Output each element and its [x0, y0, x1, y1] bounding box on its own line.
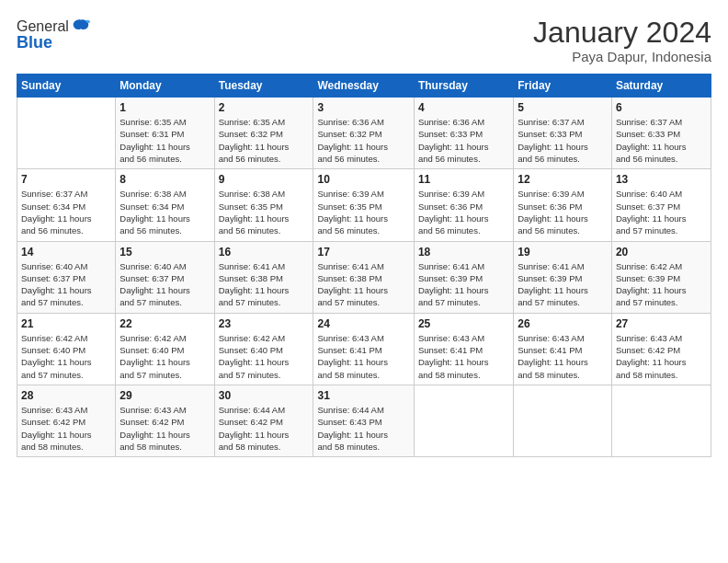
header: General Blue January 2024 Paya Dapur, In… — [17, 17, 711, 64]
day-info: Sunrise: 6:44 AM Sunset: 6:42 PM Dayligh… — [219, 404, 310, 453]
calendar-week-5: 28Sunrise: 6:43 AM Sunset: 6:42 PM Dayli… — [17, 385, 711, 456]
calendar-table: Sunday Monday Tuesday Wednesday Thursday… — [17, 74, 711, 457]
day-info: Sunrise: 6:44 AM Sunset: 6:43 PM Dayligh… — [317, 404, 409, 453]
calendar-day: 22Sunrise: 6:42 AM Sunset: 6:40 PM Dayli… — [116, 313, 214, 385]
day-number: 22 — [119, 317, 210, 330]
day-number: 13 — [616, 173, 707, 186]
day-info: Sunrise: 6:43 AM Sunset: 6:41 PM Dayligh… — [518, 332, 608, 381]
calendar-day: 30Sunrise: 6:44 AM Sunset: 6:42 PM Dayli… — [214, 385, 313, 456]
col-sunday: Sunday — [17, 75, 116, 98]
calendar-day: 14Sunrise: 6:40 AM Sunset: 6:37 PM Dayli… — [17, 241, 116, 313]
day-number: 29 — [119, 389, 210, 402]
calendar-day: 6Sunrise: 6:37 AM Sunset: 6:33 PM Daylig… — [611, 98, 711, 169]
day-info: Sunrise: 6:37 AM Sunset: 6:33 PM Dayligh… — [518, 116, 608, 165]
day-info: Sunrise: 6:37 AM Sunset: 6:33 PM Dayligh… — [616, 116, 707, 165]
col-thursday: Thursday — [414, 75, 513, 98]
calendar-day: 9Sunrise: 6:38 AM Sunset: 6:35 PM Daylig… — [214, 169, 313, 241]
day-number: 12 — [518, 173, 608, 186]
day-info: Sunrise: 6:42 AM Sunset: 6:40 PM Dayligh… — [119, 332, 210, 381]
calendar-week-4: 21Sunrise: 6:42 AM Sunset: 6:40 PM Dayli… — [17, 313, 711, 385]
day-number: 5 — [518, 101, 608, 114]
day-number: 8 — [119, 173, 210, 186]
day-info: Sunrise: 6:43 AM Sunset: 6:42 PM Dayligh… — [616, 332, 707, 381]
day-number: 26 — [518, 317, 608, 330]
day-info: Sunrise: 6:43 AM Sunset: 6:42 PM Dayligh… — [21, 404, 111, 453]
calendar-day: 18Sunrise: 6:41 AM Sunset: 6:39 PM Dayli… — [414, 241, 513, 313]
calendar-week-2: 7Sunrise: 6:37 AM Sunset: 6:34 PM Daylig… — [17, 169, 711, 241]
calendar-day: 15Sunrise: 6:40 AM Sunset: 6:37 PM Dayli… — [116, 241, 214, 313]
day-info: Sunrise: 6:37 AM Sunset: 6:34 PM Dayligh… — [21, 188, 111, 236]
day-info: Sunrise: 6:41 AM Sunset: 6:38 PM Dayligh… — [317, 260, 409, 309]
day-info: Sunrise: 6:41 AM Sunset: 6:39 PM Dayligh… — [518, 260, 608, 309]
calendar-day: 2Sunrise: 6:35 AM Sunset: 6:32 PM Daylig… — [214, 98, 313, 169]
logo-bird-icon — [71, 17, 91, 37]
location: Paya Dapur, Indonesia — [533, 49, 711, 64]
day-info: Sunrise: 6:39 AM Sunset: 6:36 PM Dayligh… — [418, 188, 509, 236]
day-info: Sunrise: 6:39 AM Sunset: 6:36 PM Dayligh… — [518, 188, 608, 236]
day-number: 2 — [219, 101, 310, 114]
calendar-day: 11Sunrise: 6:39 AM Sunset: 6:36 PM Dayli… — [414, 169, 513, 241]
title-block: January 2024 Paya Dapur, Indonesia — [533, 17, 711, 64]
day-info: Sunrise: 6:42 AM Sunset: 6:40 PM Dayligh… — [21, 332, 111, 381]
day-number: 20 — [616, 246, 707, 259]
calendar-day — [414, 385, 513, 456]
calendar-day — [17, 98, 116, 169]
month-title: January 2024 — [533, 17, 711, 49]
col-friday: Friday — [514, 75, 612, 98]
day-info: Sunrise: 6:43 AM Sunset: 6:41 PM Dayligh… — [317, 332, 409, 381]
day-info: Sunrise: 6:43 AM Sunset: 6:42 PM Dayligh… — [119, 404, 210, 453]
day-info: Sunrise: 6:41 AM Sunset: 6:39 PM Dayligh… — [418, 260, 509, 309]
day-number: 10 — [317, 173, 409, 186]
day-info: Sunrise: 6:40 AM Sunset: 6:37 PM Dayligh… — [119, 260, 210, 309]
calendar-day — [514, 385, 612, 456]
day-info: Sunrise: 6:36 AM Sunset: 6:33 PM Dayligh… — [418, 116, 509, 165]
page: General Blue January 2024 Paya Dapur, In… — [0, 0, 728, 466]
day-number: 7 — [21, 173, 111, 186]
day-number: 14 — [21, 246, 111, 259]
day-info: Sunrise: 6:35 AM Sunset: 6:32 PM Dayligh… — [219, 116, 310, 165]
day-info: Sunrise: 6:40 AM Sunset: 6:37 PM Dayligh… — [21, 260, 111, 309]
day-number: 27 — [616, 317, 707, 330]
day-number: 6 — [616, 101, 707, 114]
calendar-day: 25Sunrise: 6:43 AM Sunset: 6:41 PM Dayli… — [414, 313, 513, 385]
col-monday: Monday — [116, 75, 214, 98]
day-number: 4 — [418, 101, 509, 114]
logo: General Blue — [17, 17, 91, 52]
header-row: Sunday Monday Tuesday Wednesday Thursday… — [17, 75, 711, 98]
calendar-day: 29Sunrise: 6:43 AM Sunset: 6:42 PM Dayli… — [116, 385, 214, 456]
calendar-day — [611, 385, 711, 456]
day-number: 21 — [21, 317, 111, 330]
day-number: 23 — [219, 317, 310, 330]
day-number: 25 — [418, 317, 509, 330]
day-info: Sunrise: 6:42 AM Sunset: 6:39 PM Dayligh… — [616, 260, 707, 309]
day-info: Sunrise: 6:41 AM Sunset: 6:38 PM Dayligh… — [219, 260, 310, 309]
day-number: 19 — [518, 246, 608, 259]
day-number: 15 — [119, 246, 210, 259]
calendar-day: 17Sunrise: 6:41 AM Sunset: 6:38 PM Dayli… — [313, 241, 414, 313]
day-number: 9 — [219, 173, 310, 186]
calendar-day: 10Sunrise: 6:39 AM Sunset: 6:35 PM Dayli… — [313, 169, 414, 241]
calendar-day: 12Sunrise: 6:39 AM Sunset: 6:36 PM Dayli… — [514, 169, 612, 241]
day-info: Sunrise: 6:38 AM Sunset: 6:34 PM Dayligh… — [119, 188, 210, 236]
calendar-day: 23Sunrise: 6:42 AM Sunset: 6:40 PM Dayli… — [214, 313, 313, 385]
day-info: Sunrise: 6:42 AM Sunset: 6:40 PM Dayligh… — [219, 332, 310, 381]
day-number: 31 — [317, 389, 409, 402]
day-info: Sunrise: 6:43 AM Sunset: 6:41 PM Dayligh… — [418, 332, 509, 381]
calendar-day: 31Sunrise: 6:44 AM Sunset: 6:43 PM Dayli… — [313, 385, 414, 456]
day-number: 1 — [119, 101, 210, 114]
calendar-day: 27Sunrise: 6:43 AM Sunset: 6:42 PM Dayli… — [611, 313, 711, 385]
calendar-day: 20Sunrise: 6:42 AM Sunset: 6:39 PM Dayli… — [611, 241, 711, 313]
calendar-day: 4Sunrise: 6:36 AM Sunset: 6:33 PM Daylig… — [414, 98, 513, 169]
day-number: 11 — [418, 173, 509, 186]
calendar-day: 16Sunrise: 6:41 AM Sunset: 6:38 PM Dayli… — [214, 241, 313, 313]
calendar-day: 19Sunrise: 6:41 AM Sunset: 6:39 PM Dayli… — [514, 241, 612, 313]
calendar-week-1: 1Sunrise: 6:35 AM Sunset: 6:31 PM Daylig… — [17, 98, 711, 169]
day-info: Sunrise: 6:35 AM Sunset: 6:31 PM Dayligh… — [119, 116, 210, 165]
day-info: Sunrise: 6:40 AM Sunset: 6:37 PM Dayligh… — [616, 188, 707, 236]
calendar-day: 7Sunrise: 6:37 AM Sunset: 6:34 PM Daylig… — [17, 169, 116, 241]
calendar-day: 21Sunrise: 6:42 AM Sunset: 6:40 PM Dayli… — [17, 313, 116, 385]
col-tuesday: Tuesday — [214, 75, 313, 98]
day-info: Sunrise: 6:38 AM Sunset: 6:35 PM Dayligh… — [219, 188, 310, 236]
calendar-day: 3Sunrise: 6:36 AM Sunset: 6:32 PM Daylig… — [313, 98, 414, 169]
day-number: 3 — [317, 101, 409, 114]
